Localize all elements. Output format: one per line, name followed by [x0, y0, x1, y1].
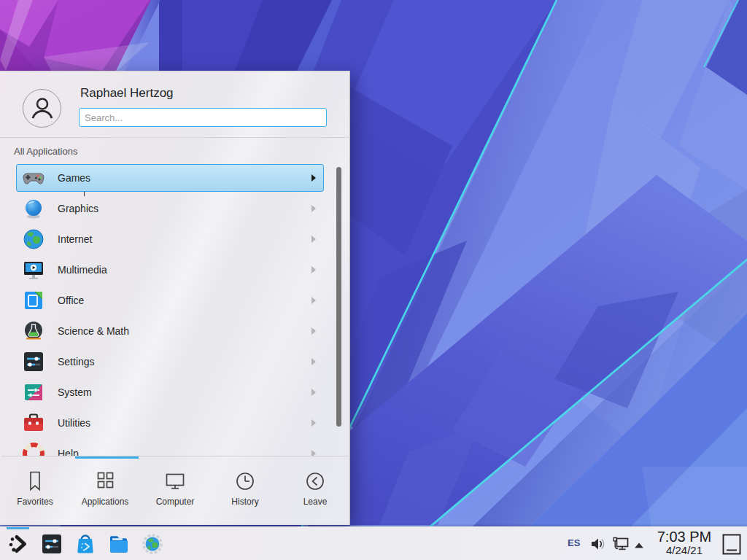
category-science-math[interactable]: Science & Math	[16, 317, 324, 345]
tab-computer[interactable]: Computer	[140, 459, 210, 526]
leave-icon	[303, 470, 327, 493]
category-label: System	[58, 386, 92, 398]
expand-tray-arrow-icon[interactable]	[634, 540, 644, 553]
application-launcher-icon[interactable]	[7, 533, 29, 555]
category-multimedia[interactable]: Multimedia	[16, 256, 324, 284]
discover-icon[interactable]	[74, 533, 96, 555]
category-internet[interactable]: Internet	[16, 225, 324, 253]
tab-label: History	[231, 497, 258, 507]
tab-label: Computer	[156, 497, 195, 507]
web-browser-icon[interactable]	[142, 533, 163, 555]
graphics-icon	[22, 197, 45, 220]
multimedia-icon	[22, 258, 45, 281]
games-icon	[22, 166, 45, 190]
bookmark-icon	[24, 470, 46, 493]
submenu-arrow-icon	[311, 174, 316, 182]
volume-icon[interactable]	[589, 535, 607, 556]
taskbar-panel: ES 7:03 PM 4/24/21	[0, 526, 747, 560]
category-label: Utilities	[58, 417, 90, 429]
category-settings[interactable]: Settings	[16, 348, 324, 376]
system-settings-icon[interactable]	[41, 533, 63, 555]
tab-label: Applications	[82, 497, 129, 507]
show-desktop-button[interactable]	[722, 534, 741, 555]
digital-clock[interactable]: 7:03 PM 4/24/21	[649, 529, 719, 556]
settings-icon	[22, 350, 45, 373]
launcher-active-indicator	[7, 527, 29, 529]
user-name: Raphael Hertzog	[80, 86, 174, 101]
science-icon	[22, 319, 45, 343]
category-label: Games	[58, 172, 90, 184]
submenu-arrow-icon	[311, 358, 316, 365]
active-tab-indicator	[75, 456, 139, 459]
submenu-arrow-icon	[311, 450, 316, 456]
category-utilities[interactable]: Utilities	[16, 409, 324, 437]
category-label: Internet	[58, 233, 92, 245]
category-label: Office	[58, 295, 84, 306]
submenu-arrow-icon	[311, 297, 316, 304]
category-help[interactable]: Help	[16, 440, 324, 456]
clock-icon	[233, 470, 257, 493]
help-icon	[22, 442, 45, 456]
monitor-icon	[163, 470, 187, 493]
submenu-arrow-icon	[311, 236, 316, 243]
tab-favorites[interactable]: Favorites	[0, 459, 70, 526]
list-scrollbar[interactable]	[336, 167, 341, 427]
section-label: All Applications	[14, 146, 77, 157]
tabbar-separator	[1, 456, 349, 456]
category-label: Settings	[58, 356, 95, 368]
submenu-arrow-icon	[311, 205, 316, 212]
submenu-arrow-icon	[311, 419, 316, 427]
user-icon	[28, 94, 57, 123]
submenu-arrow-icon	[311, 389, 316, 396]
category-list: Games Graphics	[0, 163, 350, 456]
category-label: Multimedia	[58, 264, 107, 276]
internet-icon	[22, 228, 45, 251]
category-system[interactable]: System	[16, 378, 324, 406]
search-input[interactable]	[79, 108, 327, 127]
tab-history[interactable]: History	[210, 459, 280, 526]
office-icon	[22, 289, 45, 312]
desktop: Raphael Hertzog All Applications Games	[0, 0, 747, 560]
application-launcher-menu: Raphael Hertzog All Applications Games	[0, 71, 350, 525]
submenu-arrow-icon	[311, 327, 316, 335]
keyboard-layout-indicator[interactable]: ES	[568, 537, 580, 548]
dolphin-file-manager-icon[interactable]	[108, 533, 130, 555]
network-icon[interactable]	[611, 535, 630, 556]
category-label: Science & Math	[58, 325, 129, 337]
category-label: Graphics	[58, 203, 98, 214]
tab-label: Leave	[303, 497, 328, 507]
header-separator	[0, 137, 350, 138]
grid-icon	[94, 470, 116, 493]
category-office[interactable]: Office	[16, 287, 324, 314]
tab-leave[interactable]: Leave	[280, 459, 350, 526]
submenu-arrow-icon	[311, 266, 316, 273]
launcher-tabbar: Favorites Applications	[0, 459, 350, 526]
utilities-icon	[22, 411, 45, 435]
category-games[interactable]: Games	[16, 164, 324, 192]
tab-applications[interactable]: Applications	[70, 459, 140, 526]
user-avatar	[23, 89, 61, 128]
clock-date: 4/24/21	[649, 545, 719, 556]
clock-time: 7:03 PM	[649, 529, 719, 545]
system-icon	[22, 381, 45, 404]
tab-label: Favorites	[17, 497, 53, 507]
category-label: Help	[58, 448, 79, 456]
category-graphics[interactable]: Graphics	[16, 195, 324, 222]
